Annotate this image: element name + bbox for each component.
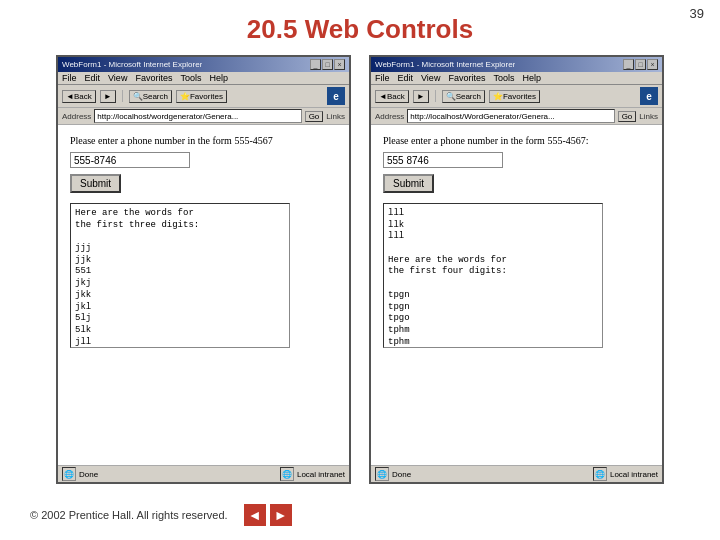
intranet-icon-1: 🌐 (280, 467, 294, 481)
status-text-2: Done (392, 470, 411, 479)
menu-view-2[interactable]: View (421, 73, 440, 83)
toolbar-1: ◄Back ► 🔍Search ⭐Favorites e (58, 85, 349, 108)
menu-help-1[interactable]: Help (209, 73, 228, 83)
titlebar-1-btns: _ □ × (310, 59, 345, 70)
content-2: Please enter a phone number in the form … (371, 125, 662, 465)
prompt-1: Please enter a phone number in the form … (70, 135, 337, 146)
favorites-btn-1[interactable]: ⭐Favorites (176, 90, 227, 103)
divider-1 (122, 90, 123, 102)
address-label-2: Address (375, 112, 404, 121)
next-button[interactable]: ► (270, 504, 292, 526)
menu-help-2[interactable]: Help (522, 73, 541, 83)
menu-tools-2[interactable]: Tools (493, 73, 514, 83)
result-textarea-2[interactable]: lll llk lll Here are the words for the f… (383, 203, 603, 348)
statusbar-2: 🌐 Done 🌐 Local intranet (371, 465, 662, 482)
intranet-icon-2: 🌐 (593, 467, 607, 481)
status-left-2: 🌐 Done (375, 467, 411, 481)
fwd-btn-1[interactable]: ► (100, 90, 116, 103)
links-label-1: Links (326, 112, 345, 121)
titlebar-1-text: WebForm1 - Microsoft Internet Explorer (62, 60, 202, 69)
go-btn-1[interactable]: Go (305, 111, 324, 122)
divider-2 (435, 90, 436, 102)
toolbar-2: ◄Back ► 🔍Search ⭐Favorites e (371, 85, 662, 108)
browsers-container: WebForm1 - Microsoft Internet Explorer _… (0, 55, 720, 484)
back-btn-2[interactable]: ◄Back (375, 90, 409, 103)
submit-btn-1[interactable]: Submit (70, 174, 121, 193)
submit-btn-2[interactable]: Submit (383, 174, 434, 193)
menu-file-1[interactable]: File (62, 73, 77, 83)
address-input-2[interactable] (407, 109, 614, 123)
copyright-text: © 2002 Prentice Hall. All rights reserve… (30, 509, 228, 521)
ie-logo-1: e (327, 87, 345, 105)
intranet-text-1: Local intranet (297, 470, 345, 479)
status-icon-2: 🌐 (375, 467, 389, 481)
result-textarea-1[interactable]: Here are the words for the first three d… (70, 203, 290, 348)
menubar-1: File Edit View Favorites Tools Help (58, 72, 349, 85)
menu-tools-1[interactable]: Tools (180, 73, 201, 83)
prev-button[interactable]: ◄ (244, 504, 266, 526)
menu-file-2[interactable]: File (375, 73, 390, 83)
status-icon-1: 🌐 (62, 467, 76, 481)
close-btn-1[interactable]: × (334, 59, 345, 70)
titlebar-2-btns: _ □ × (623, 59, 658, 70)
restore-btn-2[interactable]: □ (635, 59, 646, 70)
statusbar-1: 🌐 Done 🌐 Local intranet (58, 465, 349, 482)
address-label-1: Address (62, 112, 91, 121)
search-btn-1[interactable]: 🔍Search (129, 90, 172, 103)
phone-input-2[interactable] (383, 152, 503, 168)
textarea-section-1: Here are the words for the first three d… (70, 203, 337, 348)
page-title: 20.5 Web Controls (0, 0, 720, 55)
addressbar-2: Address Go Links (371, 108, 662, 125)
footer: © 2002 Prentice Hall. All rights reserve… (30, 504, 292, 526)
nav-buttons: ◄ ► (244, 504, 292, 526)
search-btn-2[interactable]: 🔍Search (442, 90, 485, 103)
content-1: Please enter a phone number in the form … (58, 125, 349, 465)
titlebar-1: WebForm1 - Microsoft Internet Explorer _… (58, 57, 349, 72)
titlebar-2: WebForm1 - Microsoft Internet Explorer _… (371, 57, 662, 72)
go-btn-2[interactable]: Go (618, 111, 637, 122)
back-btn-1[interactable]: ◄Back (62, 90, 96, 103)
status-left-1: 🌐 Done (62, 467, 98, 481)
menu-edit-1[interactable]: Edit (85, 73, 101, 83)
minimize-btn-2[interactable]: _ (623, 59, 634, 70)
menu-favorites-1[interactable]: Favorites (135, 73, 172, 83)
close-btn-2[interactable]: × (647, 59, 658, 70)
intranet-text-2: Local intranet (610, 470, 658, 479)
menu-favorites-2[interactable]: Favorites (448, 73, 485, 83)
browser-window-1: WebForm1 - Microsoft Internet Explorer _… (56, 55, 351, 484)
menu-edit-2[interactable]: Edit (398, 73, 414, 83)
restore-btn-1[interactable]: □ (322, 59, 333, 70)
links-label-2: Links (639, 112, 658, 121)
prompt-2: Please enter a phone number in the form … (383, 135, 650, 146)
ie-logo-2: e (640, 87, 658, 105)
favorites-btn-2[interactable]: ⭐Favorites (489, 90, 540, 103)
textarea-section-2: lll llk lll Here are the words for the f… (383, 203, 650, 348)
browser-window-2: WebForm1 - Microsoft Internet Explorer _… (369, 55, 664, 484)
status-text-1: Done (79, 470, 98, 479)
fwd-btn-2[interactable]: ► (413, 90, 429, 103)
titlebar-2-text: WebForm1 - Microsoft Internet Explorer (375, 60, 515, 69)
addressbar-1: Address Go Links (58, 108, 349, 125)
menubar-2: File Edit View Favorites Tools Help (371, 72, 662, 85)
status-right-1: 🌐 Local intranet (280, 467, 345, 481)
page-number: 39 (690, 6, 704, 21)
minimize-btn-1[interactable]: _ (310, 59, 321, 70)
menu-view-1[interactable]: View (108, 73, 127, 83)
status-right-2: 🌐 Local intranet (593, 467, 658, 481)
phone-input-1[interactable] (70, 152, 190, 168)
address-input-1[interactable] (94, 109, 301, 123)
